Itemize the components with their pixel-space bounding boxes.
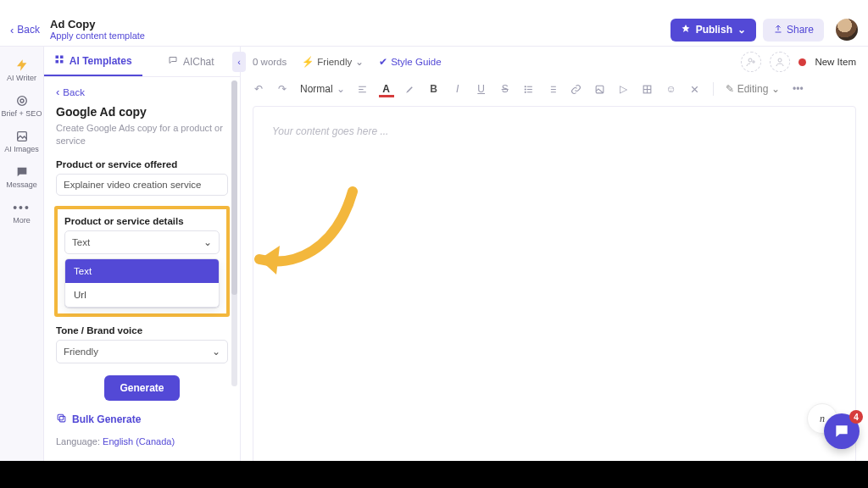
language-row: Language: English (Canada) <box>56 436 228 446</box>
redo-icon[interactable]: ↷ <box>276 83 288 95</box>
generate-button[interactable]: Generate <box>104 375 179 401</box>
table-icon[interactable] <box>642 83 654 95</box>
bolt-icon <box>15 58 29 72</box>
bold-icon[interactable]: B <box>428 83 440 95</box>
emoji-icon[interactable]: ☺ <box>665 83 677 95</box>
bulk-generate-link[interactable]: Bulk Generate <box>56 413 228 426</box>
svg-point-10 <box>778 58 782 62</box>
svg-point-0 <box>17 97 26 106</box>
collapse-pane-button[interactable]: ‹ <box>232 52 246 72</box>
svg-rect-8 <box>58 414 64 420</box>
rail-more[interactable]: ••• More <box>13 201 31 225</box>
collab-user-icon[interactable] <box>770 52 790 72</box>
bottom-letterbox <box>0 461 868 488</box>
svg-point-1 <box>20 99 24 103</box>
publish-button[interactable]: Publish ⌄ <box>670 19 756 42</box>
share-button[interactable]: Share <box>763 19 824 42</box>
product-details-select[interactable]: Text ⌄ <box>64 230 220 254</box>
product-offered-input[interactable] <box>56 174 228 196</box>
chevron-down-icon: ⌄ <box>212 346 220 358</box>
mode-menu[interactable]: ✎ Editing ⌄ <box>726 83 781 95</box>
target-icon <box>15 94 29 108</box>
clear-format-icon[interactable] <box>689 83 701 95</box>
rail-message[interactable]: Message <box>6 165 37 189</box>
svg-point-9 <box>748 58 752 62</box>
italic-icon[interactable]: I <box>452 83 464 95</box>
video-icon[interactable]: ▷ <box>618 83 630 95</box>
pane-back-button[interactable]: ‹Back <box>56 86 228 98</box>
strike-icon[interactable]: S <box>499 83 511 95</box>
template-subtitle: Create Google Ads copy for a product or … <box>56 122 228 147</box>
align-icon[interactable] <box>357 83 369 95</box>
editor-area: 0 words ⚡ Friendly ⌄ ✔ Style Guide New I… <box>241 47 868 488</box>
chat-bubble-icon <box>168 55 178 68</box>
tone-label: Tone / Brand voice <box>56 325 228 336</box>
chevron-down-icon: ⌄ <box>355 56 364 68</box>
chevron-left-icon: ‹ <box>56 86 59 98</box>
block-style-select[interactable]: Normal⌄ <box>300 83 345 95</box>
back-label: Back <box>17 24 40 36</box>
pencil-icon: ✎ <box>726 83 734 95</box>
back-button[interactable]: ‹ Back <box>10 24 40 36</box>
tab-aichat[interactable]: AIChat <box>142 47 241 76</box>
chevron-down-icon: ⌄ <box>203 236 212 248</box>
link-icon[interactable] <box>570 83 582 95</box>
word-count: 0 words <box>253 57 287 67</box>
undo-icon[interactable]: ↶ <box>253 83 264 95</box>
collab-add-user-icon[interactable] <box>741 52 761 72</box>
image-insert-icon[interactable] <box>594 83 606 95</box>
template-title: Google Ad copy <box>56 105 228 119</box>
chat-icon <box>15 165 29 179</box>
style-guide-pill[interactable]: ✔ Style Guide <box>379 56 441 68</box>
avatar[interactable] <box>836 19 858 41</box>
rail-brief-seo[interactable]: Brief + SEO <box>2 94 42 118</box>
svg-rect-4 <box>60 56 64 59</box>
dropdown-option-text[interactable]: Text <box>65 259 219 283</box>
svg-rect-3 <box>55 56 58 59</box>
tone-pill[interactable]: ⚡ Friendly ⌄ <box>302 56 364 68</box>
svg-rect-7 <box>59 416 65 422</box>
editor-placeholder: Your content goes here ... <box>272 125 388 137</box>
more-icon: ••• <box>14 201 28 214</box>
overflow-icon[interactable]: ••• <box>792 83 804 95</box>
chevron-left-icon: ‹ <box>10 24 14 36</box>
chevron-down-icon: ⌄ <box>337 83 345 95</box>
text-color-icon[interactable]: A <box>381 83 392 95</box>
underline-icon[interactable]: U <box>476 83 487 95</box>
page-title: Ad Copy <box>50 19 145 30</box>
chat-badge: 4 <box>849 410 863 424</box>
highlight-icon[interactable] <box>404 83 416 95</box>
bullet-list-icon[interactable] <box>523 83 535 95</box>
product-details-label: Product or service details <box>64 216 220 226</box>
dropdown-option-url[interactable]: Url <box>65 283 219 307</box>
product-details-dropdown: Text Url <box>64 258 220 308</box>
language-link[interactable]: English (Canada) <box>103 436 175 446</box>
chat-widget[interactable]: 4 <box>824 413 860 449</box>
document-status[interactable]: New Item <box>815 57 856 67</box>
svg-point-13 <box>525 92 526 92</box>
tone-select[interactable]: Friendly ⌄ <box>56 340 228 363</box>
upload-icon <box>773 24 783 36</box>
pane-scrollbar[interactable] <box>231 80 237 386</box>
editor-toolbar: ↶ ↷ Normal⌄ A B I U S ▷ ☺ <box>241 77 868 101</box>
svg-point-11 <box>525 86 526 86</box>
check-circle-icon: ✔ <box>379 56 387 68</box>
chevron-down-icon: ⌄ <box>737 24 746 36</box>
editor-canvas[interactable]: Your content goes here ... <box>253 106 856 476</box>
status-dot-icon <box>798 58 806 66</box>
tab-ai-templates[interactable]: AI Templates <box>44 47 142 76</box>
copy-icon <box>56 413 67 426</box>
chevron-down-icon: ⌄ <box>771 83 780 95</box>
svg-point-12 <box>525 88 526 89</box>
rail-ai-writer[interactable]: AI Writer <box>7 58 36 82</box>
templates-pane: AI Templates AIChat ‹ ‹Back Google Ad co… <box>44 47 241 488</box>
apply-template-link[interactable]: Apply content template <box>50 30 145 41</box>
rail-ai-images[interactable]: AI Images <box>4 130 39 153</box>
svg-rect-6 <box>60 60 64 64</box>
product-details-group: Product or service details Text ⌄ Text U… <box>54 206 230 317</box>
number-list-icon[interactable] <box>547 83 559 95</box>
image-icon <box>15 130 29 143</box>
rocket-icon <box>681 24 691 36</box>
product-offered-label: Product or service offered <box>56 159 228 169</box>
svg-rect-5 <box>55 60 58 64</box>
